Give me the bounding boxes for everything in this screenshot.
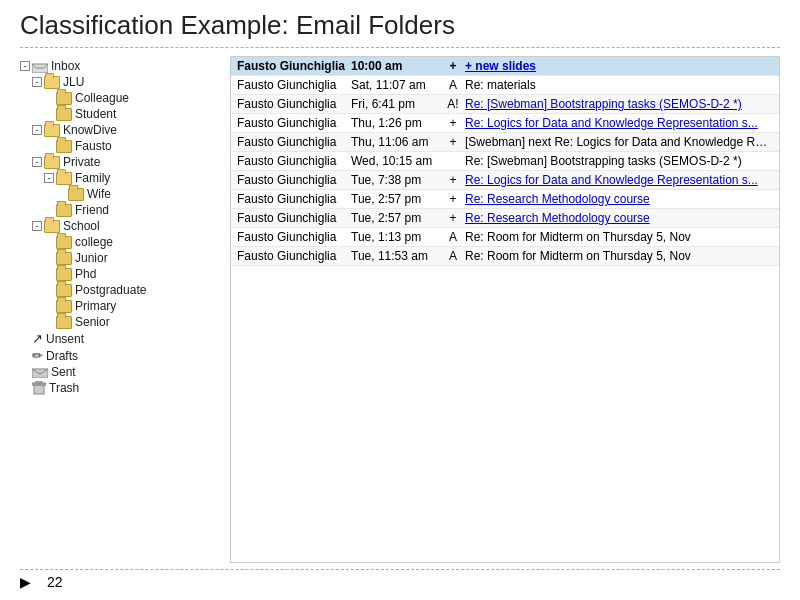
friend-label: Friend — [75, 203, 109, 217]
unsent-icon: ↗ — [32, 331, 43, 346]
sender-8: Fausto Giunchiglia — [237, 230, 347, 244]
flag-0: A — [445, 78, 461, 92]
folder-friend-icon — [56, 204, 72, 217]
sender-0: Fausto Giunchiglia — [237, 78, 347, 92]
tree-item-jlu[interactable]: - JLU — [20, 74, 230, 90]
trash-icon — [32, 381, 46, 395]
subject-2[interactable]: Re: Logics for Data and Knowledge Repres… — [465, 116, 773, 130]
tree-item-colleague[interactable]: Colleague — [20, 90, 230, 106]
folder-postgraduate-icon — [56, 284, 72, 297]
page-title: Classification Example: Email Folders — [20, 10, 780, 48]
date-5: Tue, 7:38 pm — [351, 173, 441, 187]
expand-school[interactable]: - — [32, 221, 42, 231]
selected-date: 10:00 am — [351, 59, 441, 73]
folder-tree: - Inbox - JLU Colleague — [20, 56, 230, 563]
flag-6: + — [445, 192, 461, 206]
student-label: Student — [75, 107, 116, 121]
sent-label: Sent — [51, 365, 76, 379]
expand-family[interactable]: - — [44, 173, 54, 183]
email-row-3[interactable]: Fausto Giunchiglia Thu, 11:06 am + [Sweb… — [231, 133, 779, 152]
email-row-2[interactable]: Fausto Giunchiglia Thu, 1:26 pm + Re: Lo… — [231, 114, 779, 133]
email-row-9[interactable]: Fausto Giunchiglia Tue, 11:53 am A Re: R… — [231, 247, 779, 266]
email-panel: Fausto Giunchiglia 10:00 am + + new slid… — [230, 56, 780, 563]
email-row-8[interactable]: Fausto Giunchiglia Tue, 1:13 pm A Re: Ro… — [231, 228, 779, 247]
expand-knowdive[interactable]: - — [32, 125, 42, 135]
svg-rect-4 — [36, 381, 42, 383]
email-row-6[interactable]: Fausto Giunchiglia Tue, 2:57 pm + Re: Re… — [231, 190, 779, 209]
tree-item-private[interactable]: - Private — [20, 154, 230, 170]
email-row-4[interactable]: Fausto Giunchiglia Wed, 10:15 am Re: [Sw… — [231, 152, 779, 171]
date-2: Thu, 1:26 pm — [351, 116, 441, 130]
nav-arrow-icon[interactable]: ▶ — [20, 574, 31, 590]
expand-jlu[interactable]: - — [32, 77, 42, 87]
tree-item-friend[interactable]: Friend — [20, 202, 230, 218]
tree-item-drafts[interactable]: ✏ Drafts — [20, 347, 230, 364]
tree-item-phd[interactable]: Phd — [20, 266, 230, 282]
sent-icon — [32, 366, 48, 378]
folder-wife-icon — [68, 188, 84, 201]
folder-knowdive-icon — [44, 124, 60, 137]
tree-item-fausto[interactable]: Fausto — [20, 138, 230, 154]
tree-item-junior[interactable]: Junior — [20, 250, 230, 266]
phd-label: Phd — [75, 267, 96, 281]
tree-item-knowdive[interactable]: - KnowDive — [20, 122, 230, 138]
jlu-label: JLU — [63, 75, 84, 89]
email-row-0[interactable]: Fausto Giunchiglia Sat, 11:07 am A Re: m… — [231, 76, 779, 95]
drafts-label: Drafts — [46, 349, 78, 363]
email-row-1[interactable]: Fausto Giunchiglia Fri, 6:41 pm A! Re: [… — [231, 95, 779, 114]
fausto-label: Fausto — [75, 139, 112, 153]
folder-fausto-icon — [56, 140, 72, 153]
sender-3: Fausto Giunchiglia — [237, 135, 347, 149]
subject-0[interactable]: Re: materials — [465, 78, 773, 92]
subject-4[interactable]: Re: [Swebman] Bootstrapping tasks (SEMOS… — [465, 154, 773, 168]
tree-item-college[interactable]: college — [20, 234, 230, 250]
tree-item-school[interactable]: - School — [20, 218, 230, 234]
tree-item-postgraduate[interactable]: Postgraduate — [20, 282, 230, 298]
subject-6[interactable]: Re: Research Methodology course — [465, 192, 773, 206]
email-row-7[interactable]: Fausto Giunchiglia Tue, 2:57 pm + Re: Re… — [231, 209, 779, 228]
private-label: Private — [63, 155, 100, 169]
sender-7: Fausto Giunchiglia — [237, 211, 347, 225]
flag-3: + — [445, 135, 461, 149]
trash-label: Trash — [49, 381, 79, 395]
unsent-label: Unsent — [46, 332, 84, 346]
tree-item-trash[interactable]: Trash — [20, 380, 230, 396]
flag-7: + — [445, 211, 461, 225]
tree-item-wife[interactable]: Wife — [20, 186, 230, 202]
tree-item-unsent[interactable]: ↗ Unsent — [20, 330, 230, 347]
flag-8: A — [445, 230, 461, 244]
tree-item-sent[interactable]: Sent — [20, 364, 230, 380]
subject-8[interactable]: Re: Room for Midterm on Thursday 5, Nov — [465, 230, 773, 244]
selected-flag: + — [445, 59, 461, 73]
expand-private[interactable]: - — [32, 157, 42, 167]
expand-inbox[interactable]: - — [20, 61, 30, 71]
folder-phd-icon — [56, 268, 72, 281]
subject-3[interactable]: [Swebman] next Re: Logics for Data and K… — [465, 135, 773, 149]
senior-label: Senior — [75, 315, 110, 329]
tree-item-student[interactable]: Student — [20, 106, 230, 122]
sender-5: Fausto Giunchiglia — [237, 173, 347, 187]
date-3: Thu, 11:06 am — [351, 135, 441, 149]
flag-2: + — [445, 116, 461, 130]
wife-label: Wife — [87, 187, 111, 201]
tree-item-family[interactable]: - Family — [20, 170, 230, 186]
folder-senior-icon — [56, 316, 72, 329]
email-row-5[interactable]: Fausto Giunchiglia Tue, 7:38 pm + Re: Lo… — [231, 171, 779, 190]
tree-item-inbox[interactable]: - Inbox — [20, 58, 230, 74]
junior-label: Junior — [75, 251, 108, 265]
subject-1[interactable]: Re: [Swebman] Bootstrapping tasks (SEMOS… — [465, 97, 773, 111]
tree-item-senior[interactable]: Senior — [20, 314, 230, 330]
subject-5[interactable]: Re: Logics for Data and Knowledge Repres… — [465, 173, 773, 187]
tree-item-primary[interactable]: Primary — [20, 298, 230, 314]
sender-4: Fausto Giunchiglia — [237, 154, 347, 168]
subject-7[interactable]: Re: Research Methodology course — [465, 211, 773, 225]
main-page: Classification Example: Email Folders - … — [0, 0, 800, 600]
slide-number: 22 — [47, 574, 63, 590]
college-label: college — [75, 235, 113, 249]
selected-email-row[interactable]: Fausto Giunchiglia 10:00 am + + new slid… — [231, 57, 779, 76]
inbox-icon — [32, 60, 48, 73]
colleague-label: Colleague — [75, 91, 129, 105]
date-6: Tue, 2:57 pm — [351, 192, 441, 206]
subject-9[interactable]: Re: Room for Midterm on Thursday 5, Nov — [465, 249, 773, 263]
selected-subject[interactable]: + new slides — [465, 59, 773, 73]
